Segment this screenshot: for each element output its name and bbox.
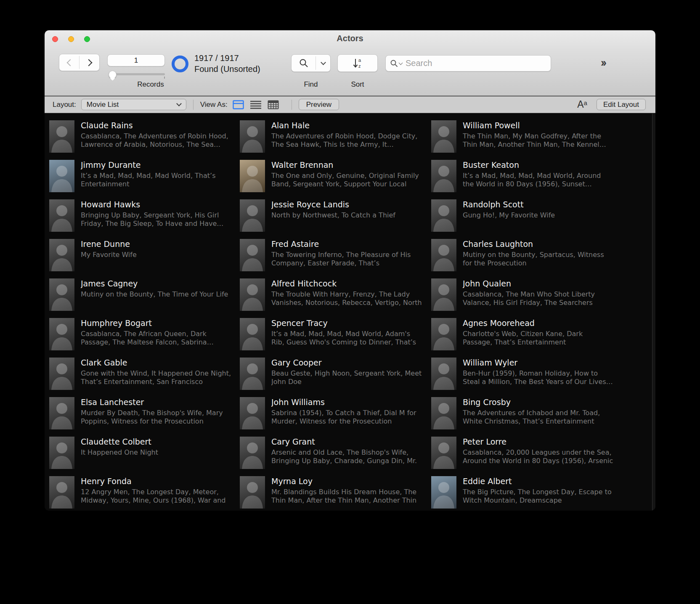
actor-card[interactable]: Humphrey Bogart Casablanca, The African … bbox=[49, 318, 240, 358]
actor-card[interactable]: William Powell The Thin Man, My Man Godf… bbox=[431, 120, 650, 160]
actor-movies: Mutiny on the Bounty, Spartacus, Witness… bbox=[463, 251, 613, 267]
actor-card[interactable]: Randolph Scott Gung Ho!, My Favorite Wif… bbox=[431, 199, 650, 239]
actor-card[interactable]: Gary Cooper Beau Geste, High Noon, Serge… bbox=[240, 358, 431, 397]
sort-button[interactable]: a z bbox=[337, 54, 378, 72]
actor-card[interactable]: Spencer Tracy It’s a Mad, Mad, Mad, Mad … bbox=[240, 318, 431, 358]
preview-button[interactable]: Preview bbox=[299, 99, 339, 110]
view-list-button[interactable] bbox=[250, 100, 262, 109]
actor-card[interactable]: Jessie Royce Landis North by Northwest, … bbox=[240, 199, 431, 239]
portrait-silhouette-icon bbox=[240, 476, 265, 509]
actor-name: Gary Cooper bbox=[271, 358, 431, 367]
toolbar-overflow-button[interactable]: ›› bbox=[601, 56, 605, 69]
edit-layout-button[interactable]: Edit Layout bbox=[597, 99, 646, 110]
actor-photo bbox=[431, 120, 456, 153]
search-input[interactable] bbox=[406, 58, 546, 68]
view-as-label: View As: bbox=[200, 101, 228, 109]
actor-name: William Powell bbox=[463, 121, 650, 130]
actor-movies: The Adventures of Robin Hood, Dodge City… bbox=[271, 132, 422, 148]
actor-name: Elsa Lanchester bbox=[81, 397, 240, 407]
actor-card[interactable]: Elsa Lanchester Murder By Death, The Bis… bbox=[49, 397, 240, 437]
actor-info: Agnes Moorehead Charlotte's Web, Citizen… bbox=[463, 318, 650, 346]
actor-info: Henry Fonda 12 Angry Men, The Longest Da… bbox=[81, 476, 240, 504]
actor-name: Humphrey Bogart bbox=[81, 318, 240, 328]
actor-card[interactable]: Clark Gable Gone with the Wind, It Happe… bbox=[49, 358, 240, 397]
actor-card[interactable]: James Cagney Mutiny on the Bounty, The T… bbox=[49, 278, 240, 318]
actor-photo bbox=[240, 397, 265, 429]
actor-movies: It’s a Mad, Mad, Mad, Mad World, That’s … bbox=[81, 172, 231, 188]
actor-info: Elsa Lanchester Murder By Death, The Bis… bbox=[81, 397, 240, 425]
portrait-silhouette-icon bbox=[240, 239, 265, 271]
actor-card[interactable]: John Qualen Casablanca, The Man Who Shot… bbox=[431, 278, 650, 318]
actor-grid: Claude Rains Casablanca, The Adventures … bbox=[49, 120, 650, 511]
portrait-silhouette-icon bbox=[49, 476, 74, 509]
find-main[interactable] bbox=[292, 55, 316, 72]
actor-info: Buster Keaton It’s a Mad, Mad, Mad, Mad … bbox=[463, 160, 650, 188]
actor-name: Peter Lorre bbox=[463, 437, 650, 446]
actor-movies: Mutiny on the Bounty, The Time of Your L… bbox=[81, 290, 231, 299]
actor-photo bbox=[49, 476, 74, 509]
search-box[interactable] bbox=[385, 55, 551, 72]
slider-thumb[interactable] bbox=[109, 71, 117, 79]
scrollbar-track[interactable] bbox=[652, 114, 655, 511]
find-dropdown-button[interactable] bbox=[316, 55, 330, 72]
form-view-icon bbox=[233, 100, 244, 109]
record-slider[interactable] bbox=[109, 71, 165, 79]
divider bbox=[193, 100, 194, 110]
actor-card[interactable]: Walter Brennan The One and Only, Genuine… bbox=[240, 160, 431, 199]
actor-name: Agnes Moorehead bbox=[463, 318, 650, 328]
slider-track[interactable] bbox=[109, 73, 165, 75]
actor-card[interactable]: Claude Rains Casablanca, The Adventures … bbox=[49, 120, 240, 160]
layout-dropdown[interactable]: Movie List bbox=[81, 99, 186, 110]
actor-photo bbox=[49, 358, 74, 390]
text-formatting-button[interactable]: Aa bbox=[577, 99, 587, 110]
actor-card[interactable]: Myrna Loy Mr. Blandings Builds His Dream… bbox=[240, 476, 431, 511]
magnifier-icon bbox=[299, 58, 309, 68]
portrait-silhouette-icon bbox=[49, 199, 74, 232]
actor-card[interactable]: Charles Laughton Mutiny on the Bounty, S… bbox=[431, 239, 650, 278]
actor-name: William Wyler bbox=[463, 358, 650, 367]
actor-info: Cary Grant Arsenic and Old Lace, The Bis… bbox=[271, 437, 431, 465]
view-form-button[interactable] bbox=[233, 100, 244, 109]
actor-photo bbox=[431, 239, 456, 271]
actor-movies: The Big Picture, The Longest Day, Escape… bbox=[463, 488, 613, 504]
actor-card[interactable]: Henry Fonda 12 Angry Men, The Longest Da… bbox=[49, 476, 240, 511]
actor-movies: My Favorite Wife bbox=[81, 251, 231, 259]
portrait-silhouette-icon bbox=[240, 318, 265, 350]
actor-name: Henry Fonda bbox=[81, 477, 240, 486]
found-indicator-icon[interactable] bbox=[172, 56, 188, 72]
actor-card[interactable]: William Wyler Ben-Hur (1959), Roman Holi… bbox=[431, 358, 650, 397]
edit-layout-label: Edit Layout bbox=[603, 101, 639, 109]
portrait-silhouette-icon bbox=[431, 397, 456, 429]
actor-card[interactable]: Peter Lorre Casablanca, 20,000 Leagues u… bbox=[431, 437, 650, 476]
actor-info: Humphrey Bogart Casablanca, The African … bbox=[81, 318, 240, 346]
actor-card[interactable]: Buster Keaton It’s a Mad, Mad, Mad, Mad … bbox=[431, 160, 650, 199]
record-number-field[interactable] bbox=[107, 54, 165, 66]
actor-card[interactable]: Eddie Albert The Big Picture, The Longes… bbox=[431, 476, 650, 511]
actor-card[interactable]: Claudette Colbert It Happened One Night bbox=[49, 437, 240, 476]
actor-photo bbox=[240, 160, 265, 192]
next-record-button[interactable] bbox=[80, 54, 99, 71]
actor-name: Fred Astaire bbox=[271, 239, 431, 249]
actor-card[interactable]: Jimmy Durante It’s a Mad, Mad, Mad, Mad … bbox=[49, 160, 240, 199]
find-button[interactable] bbox=[291, 54, 331, 72]
view-table-button[interactable] bbox=[268, 100, 279, 109]
search-scope-chevron-icon[interactable] bbox=[399, 61, 403, 65]
actor-card[interactable]: Alan Hale The Adventures of Robin Hood, … bbox=[240, 120, 431, 160]
portrait-silhouette-icon bbox=[49, 239, 74, 271]
found-count: 1917 / 1917 bbox=[194, 53, 260, 64]
actor-card[interactable]: Bing Crosby The Adventures of Ichabod an… bbox=[431, 397, 650, 437]
actor-info: William Powell The Thin Man, My Man Godf… bbox=[463, 120, 650, 148]
previous-record-button[interactable] bbox=[59, 54, 79, 71]
actor-name: Clark Gable bbox=[81, 358, 240, 367]
actor-card[interactable]: Fred Astaire The Towering Inferno, The P… bbox=[240, 239, 431, 278]
actor-card[interactable]: John Williams Sabrina (1954), To Catch a… bbox=[240, 397, 431, 437]
actor-card[interactable]: Cary Grant Arsenic and Old Lace, The Bis… bbox=[240, 437, 431, 476]
actor-card[interactable]: Irene Dunne My Favorite Wife bbox=[49, 239, 240, 278]
actor-movies: It Happened One Night bbox=[81, 448, 231, 457]
actor-card[interactable]: Agnes Moorehead Charlotte's Web, Citizen… bbox=[431, 318, 650, 358]
actor-photo bbox=[240, 120, 265, 153]
actor-card[interactable]: Alfred Hitchcock The Trouble With Harry,… bbox=[240, 278, 431, 318]
actor-name: Jimmy Durante bbox=[81, 160, 240, 170]
actor-card[interactable]: Howard Hawks Bringing Up Baby, Sergeant … bbox=[49, 199, 240, 239]
actor-movies: Ben-Hur (1959), Roman Holiday, How to St… bbox=[463, 369, 613, 386]
